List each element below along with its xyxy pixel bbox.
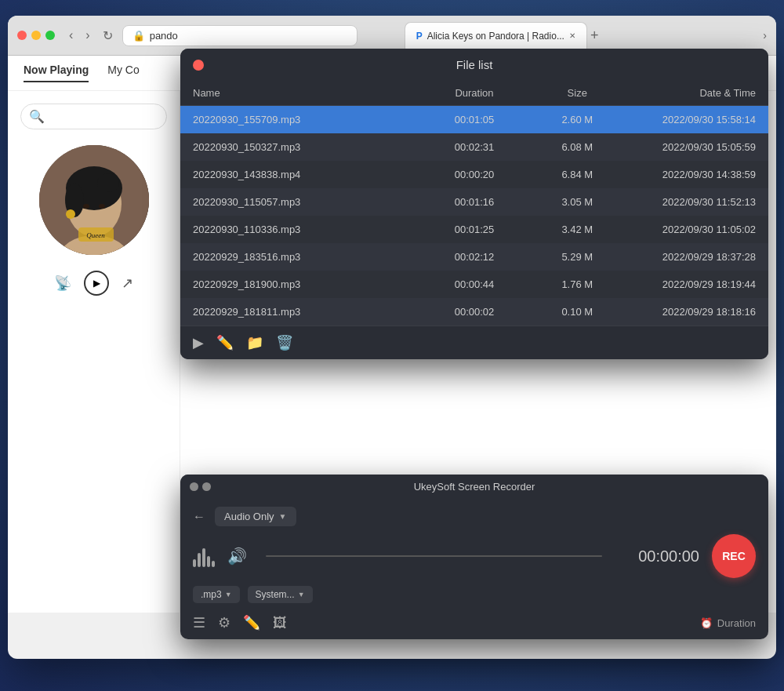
duration-label: Duration (717, 617, 756, 629)
artist-image: Queen (39, 145, 149, 255)
file-list-row[interactable]: 20220930_155709.mp3 00:01:05 2.60 M 2022… (180, 106, 768, 134)
artist-avatar: Queen (39, 145, 149, 255)
file-size-cell: 0.10 M (533, 298, 622, 325)
file-name-cell: 20220930_115057.mp3 (180, 188, 416, 216)
maximize-traffic-light[interactable] (45, 31, 55, 40)
recorder-footer-left: ☰ ⚙ ✏️ 🖼 (193, 614, 287, 631)
volume-icon: 🔊 (227, 547, 247, 566)
file-datetime-cell: 2022/09/29 18:18:16 (622, 298, 769, 325)
browser-tab[interactable]: P Alicia Keys on Pandora | Radio... ✕ (405, 22, 587, 49)
file-list-table: Name Duration Size Date & Time 20220930_… (180, 81, 768, 325)
file-duration-cell: 00:00:44 (416, 271, 533, 298)
file-list-panel: File list Name Duration Size Date & Time… (180, 49, 768, 359)
format-label: .mp3 (201, 589, 222, 600)
file-list-row[interactable]: 20220930_115057.mp3 00:01:16 3.05 M 2022… (180, 188, 768, 216)
alarm-icon: ⏰ (700, 617, 713, 629)
file-name-cell: 20220930_155709.mp3 (180, 106, 416, 134)
file-datetime-cell: 2022/09/30 15:58:14 (622, 106, 769, 134)
recorder-footer: ☰ ⚙ ✏️ 🖼 ⏰ Duration (180, 609, 768, 639)
file-list-title: File list (456, 58, 493, 71)
play-button[interactable]: ▶ (84, 271, 109, 296)
file-size-cell: 6.08 M (533, 133, 622, 161)
svg-text:Queen: Queen (86, 231, 105, 239)
file-duration-cell: 00:02:31 (416, 133, 533, 161)
recording-timeline[interactable] (266, 555, 602, 557)
list-view-button[interactable]: ☰ (193, 614, 205, 631)
file-size-cell: 5.29 M (533, 243, 622, 271)
format-dropdown[interactable]: .mp3 ▼ (193, 586, 240, 603)
file-duration-cell: 00:00:02 (416, 298, 533, 325)
recorder-back-button[interactable]: ← (193, 510, 205, 524)
edit-file-button[interactable]: ✏️ (216, 334, 234, 351)
file-list-row[interactable]: 20220929_181811.mp3 00:00:02 0.10 M 2022… (180, 298, 768, 325)
minimize-traffic-light[interactable] (31, 31, 41, 40)
file-list-row[interactable]: 20220930_143838.mp4 00:00:20 6.84 M 2022… (180, 161, 768, 188)
file-list-close-button[interactable] (193, 60, 204, 71)
col-header-size: Size (533, 81, 622, 106)
forward-button[interactable]: › (82, 27, 93, 44)
file-name-cell: 20220929_183516.mp3 (180, 243, 416, 271)
file-datetime-cell: 2022/09/29 18:19:44 (622, 271, 769, 298)
open-folder-button[interactable]: 📁 (246, 334, 263, 351)
file-list-row[interactable]: 20220930_150327.mp3 00:02:31 6.08 M 2022… (180, 133, 768, 161)
share-icon[interactable]: ↗ (122, 275, 133, 292)
recorder-title-bar: UkeySoft Screen Recorder (180, 475, 768, 499)
screenshot-button[interactable]: 🖼 (273, 615, 287, 631)
recording-time: 00:00:00 (621, 547, 699, 566)
svg-point-5 (97, 173, 119, 192)
duration-button[interactable]: ⏰ Duration (700, 617, 756, 629)
file-datetime-cell: 2022/09/29 18:37:28 (622, 243, 769, 271)
format-arrow-icon: ▼ (225, 591, 232, 598)
address-text: pando (150, 30, 178, 42)
file-duration-cell: 00:00:20 (416, 161, 533, 188)
file-datetime-cell: 2022/09/30 14:38:59 (622, 161, 769, 188)
nav-now-playing[interactable]: Now Playing (24, 64, 89, 82)
source-dropdown[interactable]: System... ▼ (248, 586, 313, 603)
source-arrow-icon: ▼ (298, 591, 305, 598)
source-label: System... (256, 589, 295, 600)
nav-my-collection[interactable]: My Co (107, 64, 139, 82)
wave-bar-3 (202, 548, 205, 567)
recorder-body: ← Audio Only ▼ 🔊 00:00:00 REC .mp3 (180, 499, 768, 609)
search-box[interactable]: 🔍 (20, 104, 167, 129)
file-list-row[interactable]: 20220929_183516.mp3 00:02:12 5.29 M 2022… (180, 243, 768, 271)
rec-light-2 (202, 482, 211, 491)
file-duration-cell: 00:01:16 (416, 188, 533, 216)
file-name-cell: 20220929_181900.mp3 (180, 271, 416, 298)
tab-title: Alicia Keys on Pandora | Radio... (427, 31, 564, 42)
file-name-cell: 20220930_110336.mp3 (180, 216, 416, 243)
file-datetime-cell: 2022/09/30 15:05:59 (622, 133, 769, 161)
broadcast-icon[interactable]: 📡 (54, 275, 71, 292)
pandora-sidebar: 🔍 (8, 91, 180, 613)
file-list-body: 20220930_155709.mp3 00:01:05 2.60 M 2022… (180, 106, 768, 326)
wave-bar-5 (212, 561, 215, 567)
tabs-chevron-icon[interactable]: › (763, 29, 767, 42)
artist-portrait-svg: Queen (39, 145, 149, 255)
reload-button[interactable]: ↻ (100, 27, 116, 45)
file-size-cell: 3.05 M (533, 188, 622, 216)
tab-bar: P Alicia Keys on Pandora | Radio... ✕ + (395, 22, 608, 49)
record-button[interactable]: REC (712, 534, 756, 578)
file-datetime-cell: 2022/09/30 11:52:13 (622, 188, 769, 216)
recorder-bottom-row: .mp3 ▼ System... ▼ (193, 586, 756, 603)
audio-only-label: Audio Only (224, 511, 274, 522)
edit-button[interactable]: ✏️ (243, 614, 260, 631)
file-datetime-cell: 2022/09/30 11:05:02 (622, 216, 769, 243)
play-file-button[interactable]: ▶ (193, 334, 204, 351)
tab-close-button[interactable]: ✕ (569, 31, 575, 40)
file-list-row[interactable]: 20220930_110336.mp3 00:01:25 3.42 M 2022… (180, 216, 768, 243)
pandora-favicon: P (416, 31, 423, 42)
audio-only-dropdown[interactable]: Audio Only ▼ (215, 507, 296, 526)
settings-button[interactable]: ⚙ (218, 614, 230, 631)
file-duration-cell: 00:02:12 (416, 243, 533, 271)
file-name-cell: 20220930_150327.mp3 (180, 133, 416, 161)
file-list-row[interactable]: 20220929_181900.mp3 00:00:44 1.76 M 2022… (180, 271, 768, 298)
waveform-icon (193, 545, 215, 567)
search-icon: 🔍 (29, 109, 45, 124)
close-traffic-light[interactable] (17, 31, 27, 40)
address-bar[interactable]: 🔒 pando (122, 25, 358, 46)
new-tab-button[interactable]: + (590, 27, 599, 44)
back-button[interactable]: ‹ (66, 27, 76, 44)
wave-bar-4 (207, 556, 210, 567)
delete-file-button[interactable]: 🗑️ (276, 334, 293, 351)
